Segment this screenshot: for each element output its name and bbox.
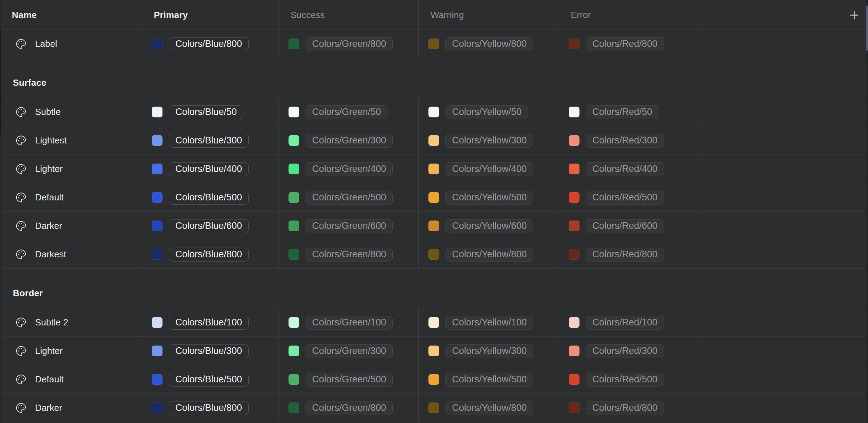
token-chip[interactable]: Colors/Yellow/300 xyxy=(445,134,533,148)
token-chip[interactable]: Colors/Yellow/800 xyxy=(445,248,533,262)
color-swatch[interactable] xyxy=(569,135,579,146)
token-chip[interactable]: Colors/Green/800 xyxy=(306,248,393,262)
color-swatch[interactable] xyxy=(428,249,439,260)
row-name-cell[interactable]: Default xyxy=(0,183,142,212)
left-scrollbar-thumb[interactable] xyxy=(0,30,1,135)
token-chip[interactable]: Colors/Blue/300 xyxy=(169,134,249,148)
row-name-cell[interactable]: Lighter xyxy=(0,337,142,365)
token-chip[interactable]: Colors/Red/500 xyxy=(586,373,664,387)
row-name-cell[interactable]: Darker xyxy=(0,394,142,422)
color-swatch[interactable] xyxy=(428,346,439,356)
token-chip[interactable]: Colors/Green/300 xyxy=(306,344,393,358)
token-chip[interactable]: Colors/Yellow/300 xyxy=(445,344,533,358)
color-swatch[interactable] xyxy=(428,107,439,117)
row-name-cell[interactable]: Subtle xyxy=(0,98,142,126)
token-chip[interactable]: Colors/Red/500 xyxy=(586,191,664,205)
token-chip[interactable]: Colors/Yellow/500 xyxy=(445,373,533,387)
token-chip[interactable]: Colors/Blue/800 xyxy=(169,401,249,415)
row-name-cell[interactable]: Label xyxy=(0,30,142,58)
column-header-success[interactable]: Success xyxy=(278,0,418,30)
token-chip[interactable]: Colors/Green/800 xyxy=(306,37,393,51)
token-chip[interactable]: Colors/Red/300 xyxy=(586,134,664,148)
column-header-warning[interactable]: Warning xyxy=(418,0,559,30)
token-chip[interactable]: Colors/Yellow/800 xyxy=(445,401,533,415)
color-swatch[interactable] xyxy=(152,346,162,356)
token-chip[interactable]: Colors/Yellow/400 xyxy=(445,162,533,176)
color-swatch[interactable] xyxy=(569,374,579,385)
color-swatch[interactable] xyxy=(289,164,299,174)
color-swatch[interactable] xyxy=(428,164,439,174)
color-swatch[interactable] xyxy=(428,374,439,385)
token-chip[interactable]: Colors/Yellow/500 xyxy=(445,191,533,205)
color-swatch[interactable] xyxy=(289,249,299,260)
token-chip[interactable]: Colors/Yellow/600 xyxy=(445,219,533,233)
token-chip[interactable]: Colors/Blue/600 xyxy=(169,219,249,233)
color-swatch[interactable] xyxy=(569,317,579,328)
token-chip[interactable]: Colors/Red/800 xyxy=(586,37,664,51)
color-swatch[interactable] xyxy=(569,249,579,260)
token-chip[interactable]: Colors/Blue/400 xyxy=(169,162,249,176)
token-chip[interactable]: Colors/Blue/800 xyxy=(169,37,249,51)
color-swatch[interactable] xyxy=(152,317,162,328)
token-chip[interactable]: Colors/Blue/100 xyxy=(169,316,249,330)
token-chip[interactable]: Colors/Blue/50 xyxy=(169,105,243,119)
color-swatch[interactable] xyxy=(569,221,579,231)
row-name-cell[interactable]: Subtle 2 xyxy=(0,308,142,337)
color-swatch[interactable] xyxy=(428,221,439,231)
token-chip[interactable]: Colors/Red/600 xyxy=(586,219,664,233)
token-chip[interactable]: Colors/Blue/300 xyxy=(169,344,249,358)
color-swatch[interactable] xyxy=(569,39,579,49)
color-swatch[interactable] xyxy=(289,317,299,328)
color-swatch[interactable] xyxy=(569,403,579,413)
token-chip[interactable]: Colors/Blue/800 xyxy=(169,248,249,262)
color-swatch[interactable] xyxy=(569,192,579,203)
color-swatch[interactable] xyxy=(289,221,299,231)
token-chip[interactable]: Colors/Green/400 xyxy=(306,162,393,176)
token-chip[interactable]: Colors/Yellow/50 xyxy=(445,105,528,119)
row-name-cell[interactable]: Darkest xyxy=(0,240,142,268)
token-chip[interactable]: Colors/Red/50 xyxy=(586,105,659,119)
color-swatch[interactable] xyxy=(152,39,162,49)
token-chip[interactable]: Colors/Blue/500 xyxy=(169,191,249,205)
row-name-cell[interactable]: Default xyxy=(0,365,142,393)
token-chip[interactable]: Colors/Red/100 xyxy=(586,316,664,330)
color-swatch[interactable] xyxy=(152,164,162,174)
color-swatch[interactable] xyxy=(428,403,439,413)
right-scrollbar-thumb[interactable] xyxy=(866,6,868,51)
color-swatch[interactable] xyxy=(289,346,299,356)
color-swatch[interactable] xyxy=(428,39,439,49)
row-name-cell[interactable]: Lighter xyxy=(0,155,142,183)
color-swatch[interactable] xyxy=(428,135,439,146)
color-swatch[interactable] xyxy=(428,317,439,328)
column-header-error[interactable]: Error xyxy=(559,0,699,30)
token-chip[interactable]: Colors/Blue/500 xyxy=(169,373,249,387)
token-chip[interactable]: Colors/Red/400 xyxy=(586,162,664,176)
token-chip[interactable]: Colors/Green/500 xyxy=(306,373,393,387)
column-header-name[interactable]: Name xyxy=(0,0,142,30)
add-column-button[interactable] xyxy=(844,5,864,25)
color-swatch[interactable] xyxy=(152,192,162,203)
row-name-cell[interactable]: Darker xyxy=(0,212,142,240)
token-chip[interactable]: Colors/Green/100 xyxy=(306,316,393,330)
token-chip[interactable]: Colors/Yellow/100 xyxy=(445,316,533,330)
color-swatch[interactable] xyxy=(289,39,299,49)
column-header-primary[interactable]: Primary xyxy=(142,0,278,30)
color-swatch[interactable] xyxy=(289,135,299,146)
token-chip[interactable]: Colors/Red/300 xyxy=(586,344,664,358)
color-swatch[interactable] xyxy=(569,107,579,117)
color-swatch[interactable] xyxy=(152,249,162,260)
color-swatch[interactable] xyxy=(152,403,162,413)
color-swatch[interactable] xyxy=(289,107,299,117)
token-chip[interactable]: Colors/Red/800 xyxy=(586,401,664,415)
color-swatch[interactable] xyxy=(289,192,299,203)
token-chip[interactable]: Colors/Green/500 xyxy=(306,191,393,205)
token-chip[interactable]: Colors/Green/50 xyxy=(306,105,387,119)
color-swatch[interactable] xyxy=(152,135,162,146)
color-swatch[interactable] xyxy=(428,192,439,203)
token-chip[interactable]: Colors/Green/600 xyxy=(306,219,393,233)
color-swatch[interactable] xyxy=(152,107,162,117)
token-chip[interactable]: Colors/Red/800 xyxy=(586,248,664,262)
color-swatch[interactable] xyxy=(569,164,579,174)
color-swatch[interactable] xyxy=(289,374,299,385)
token-chip[interactable]: Colors/Green/300 xyxy=(306,134,393,148)
